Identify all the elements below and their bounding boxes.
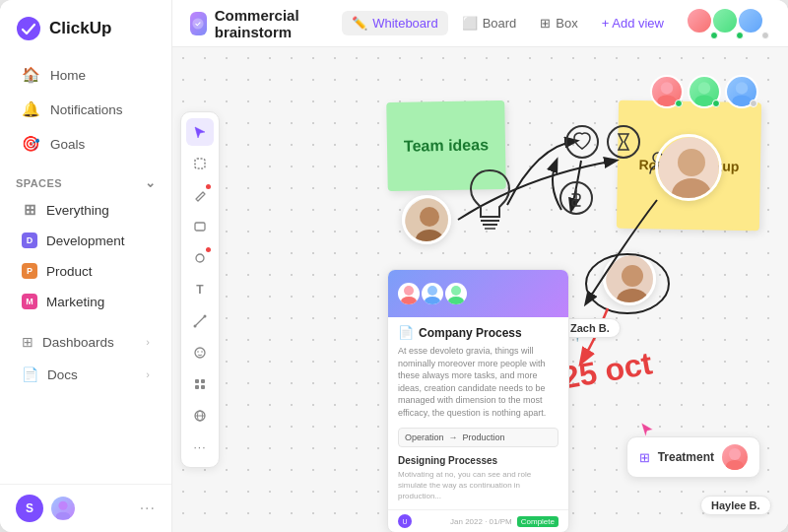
sidebar: ClickUp 🏠 Home 🔔 Notifications 🎯 Goals S… xyxy=(0,0,172,532)
pen-dot xyxy=(206,184,211,189)
footer-date: Jan 2022 · 01/PM xyxy=(450,517,512,526)
toolbar-select[interactable] xyxy=(186,150,214,177)
sidebar-nav: 🏠 Home 🔔 Notifications 🎯 Goals xyxy=(0,53,171,166)
shapes-dot xyxy=(206,247,211,252)
title-area: Commercial brainstorm xyxy=(190,7,330,40)
canvas-avatars xyxy=(650,75,758,108)
sidebar-item-marketing[interactable]: M Marketing xyxy=(6,287,165,316)
spaces-collapse-icon[interactable]: ⌄ xyxy=(145,175,156,190)
banner-avatar-1 xyxy=(398,283,420,304)
svg-point-2 xyxy=(56,512,71,519)
logo-text: ClickUp xyxy=(49,19,111,38)
canvas-avatar-status-2 xyxy=(712,100,720,107)
treatment-icon: ⊞ xyxy=(639,450,650,465)
box-tab-label: Box xyxy=(556,16,577,31)
person-photo-left xyxy=(402,195,451,244)
flow-arrow-icon: → xyxy=(449,432,458,442)
heart-icon-drawing xyxy=(564,124,600,164)
svg-point-12 xyxy=(201,351,203,353)
toolbar-globe[interactable] xyxy=(186,402,214,430)
home-icon: 🏠 xyxy=(22,66,40,84)
haylee-label-text: Haylee B. xyxy=(711,499,760,511)
treatment-avatar xyxy=(722,444,748,470)
spaces-label: Spaces xyxy=(16,177,62,189)
toolbar-more[interactable]: ··· xyxy=(186,433,214,461)
notifications-label: Notifications xyxy=(50,102,123,117)
toolbar-connector[interactable] xyxy=(186,307,214,335)
development-icon: D xyxy=(22,233,37,248)
everything-icon: ⊞ xyxy=(22,202,37,218)
process-card[interactable]: 📄 Company Process At esse devoleto gravi… xyxy=(387,269,569,532)
user-avatar[interactable]: S xyxy=(16,495,43,522)
toolbar-shapes[interactable] xyxy=(186,244,214,272)
svg-point-52 xyxy=(451,286,461,296)
flow-to: Production xyxy=(463,432,505,442)
toolbar-pen[interactable] xyxy=(186,181,214,209)
svg-point-51 xyxy=(425,297,440,304)
process-card-title: Company Process xyxy=(419,326,522,340)
sidebar-item-everything[interactable]: ⊞ Everything xyxy=(6,195,165,225)
svg-point-48 xyxy=(404,286,414,296)
whiteboard-tab-icon: ✏️ xyxy=(352,16,367,31)
sidebar-item-home[interactable]: 🏠 Home xyxy=(6,58,165,92)
svg-point-6 xyxy=(196,254,204,262)
development-label: Development xyxy=(46,233,125,248)
view-tabs: ✏️ Whiteboard ⬜ Board ⊞ Box + Add view xyxy=(342,11,674,35)
sidebar-item-docs[interactable]: 📄 Docs › xyxy=(6,359,165,390)
svg-point-31 xyxy=(678,149,705,176)
sidebar-item-product[interactable]: P Product xyxy=(6,256,165,286)
svg-point-24 xyxy=(736,82,748,94)
sidebar-item-development[interactable]: D Development xyxy=(6,226,165,255)
svg-point-8 xyxy=(194,325,197,328)
process-card-description: At esse devoleto gravia, things will nom… xyxy=(398,345,558,420)
tab-board[interactable]: ⬜ Board xyxy=(452,11,527,35)
svg-point-54 xyxy=(729,448,741,460)
process-card-doc-icon: 📄 xyxy=(398,325,414,340)
sidebar-item-goals[interactable]: 🎯 Goals xyxy=(6,127,165,161)
toolbar-emoji[interactable] xyxy=(186,339,214,366)
tab-box[interactable]: ⊞ Box xyxy=(530,11,587,35)
svg-point-25 xyxy=(732,96,751,107)
add-view-label: + Add view xyxy=(602,16,664,31)
svg-point-23 xyxy=(694,96,713,107)
footer-complete-badge: Complete xyxy=(517,516,558,527)
dashboards-label: Dashboards xyxy=(42,335,114,350)
avatar-status-3 xyxy=(761,32,769,39)
cursor-icon xyxy=(639,421,655,443)
svg-point-21 xyxy=(657,96,676,107)
footer-more-icon[interactable]: ··· xyxy=(140,499,156,517)
sidebar-item-notifications[interactable]: 🔔 Notifications xyxy=(6,93,165,126)
logo[interactable]: ClickUp xyxy=(0,0,171,53)
toolbar-text[interactable]: T xyxy=(186,276,214,303)
svg-point-3 xyxy=(193,18,204,29)
tab-whiteboard[interactable]: ✏️ Whiteboard xyxy=(342,11,447,35)
notifications-icon: 🔔 xyxy=(22,100,40,118)
goals-label: Goals xyxy=(50,137,85,152)
svg-rect-5 xyxy=(195,223,205,231)
docs-label: Docs xyxy=(47,367,78,382)
toolbar-rect[interactable] xyxy=(186,213,214,240)
banner-avatar-2 xyxy=(422,283,443,304)
whiteboard-tab-label: Whiteboard xyxy=(372,16,437,31)
svg-point-10 xyxy=(195,348,205,358)
process-card-title-row: 📄 Company Process xyxy=(398,325,558,340)
sticky-green-text: Team ideas xyxy=(404,136,489,155)
sidebar-item-dashboards[interactable]: ⊞ Dashboards › xyxy=(6,326,165,358)
svg-point-1 xyxy=(58,501,67,510)
name-label-haylee: Haylee B. xyxy=(700,496,771,515)
svg-point-34 xyxy=(622,265,643,287)
svg-point-20 xyxy=(661,82,673,94)
marketing-icon: M xyxy=(22,294,37,309)
box-tab-icon: ⊞ xyxy=(540,16,551,31)
top-bar: Commercial brainstorm ✏️ Whiteboard ⬜ Bo… xyxy=(172,0,788,47)
svg-point-50 xyxy=(427,286,437,296)
toolbar-template[interactable] xyxy=(186,370,214,398)
spaces-section-header: Spaces ⌄ xyxy=(0,166,171,194)
toolbar-cursor[interactable] xyxy=(186,118,214,146)
lightbulb-drawing xyxy=(463,166,517,238)
date-text: 25 oct xyxy=(558,345,655,396)
whiteboard-canvas[interactable]: T ··· Team ideas xyxy=(172,47,788,532)
add-view-button[interactable]: + Add view xyxy=(592,11,674,35)
person-photo-small xyxy=(603,252,656,305)
dashboards-icon: ⊞ xyxy=(22,334,33,350)
